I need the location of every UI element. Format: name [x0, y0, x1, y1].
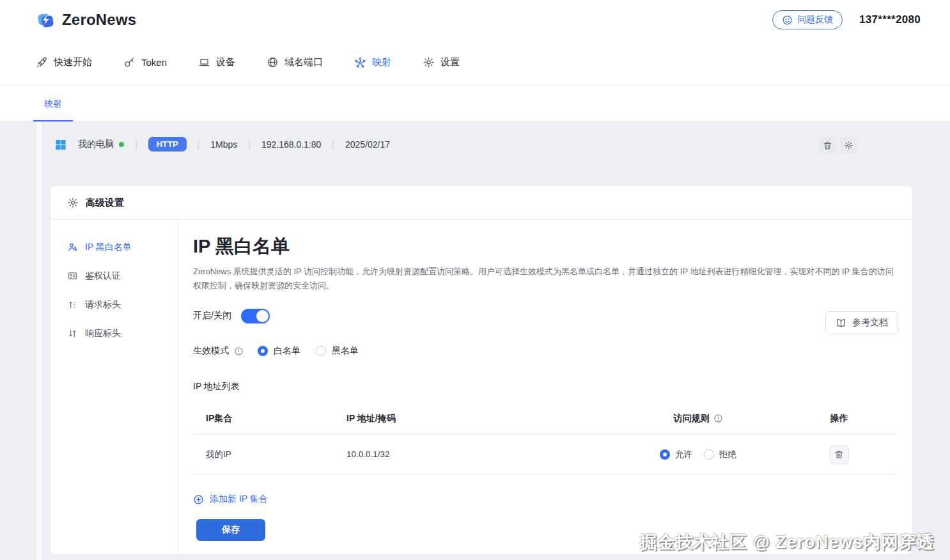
col-header-cidr: IP 地址/掩码: [347, 413, 615, 424]
settings-main-pane: IP 黑白名单 ZeroNews 系统提供灵活的 IP 访问控制功能，允许为映射…: [179, 220, 912, 555]
col-header-action: 操作: [781, 413, 897, 424]
enable-toggle[interactable]: [241, 309, 270, 323]
radio-deny[interactable]: [704, 449, 714, 460]
id-card-icon: [67, 270, 78, 281]
table-header-row: IP集合 IP 地址/掩码 访问规则 操作: [193, 403, 897, 435]
save-button[interactable]: 保存: [196, 519, 265, 541]
info-icon: [234, 346, 244, 356]
delete-mapping-button[interactable]: [819, 137, 836, 154]
gear-icon: [67, 197, 79, 208]
mapping-settings-button[interactable]: [840, 137, 857, 154]
drawer-content: 我的电脑 | HTTP | 1Mbps | 192.168.0.1:80 | 2…: [0, 121, 950, 560]
radio-allow[interactable]: [660, 449, 670, 460]
divider: |: [198, 139, 200, 150]
nav-label: 快速开始: [54, 56, 92, 68]
gear-icon: [423, 56, 435, 68]
user-phone[interactable]: 137****2080: [859, 13, 921, 26]
nav-item-domain-ports[interactable]: 域名端口: [267, 56, 323, 68]
radio-label-whitelist: 白名单: [274, 345, 300, 357]
mode-label: 生效模式: [193, 345, 229, 357]
ip-set-name[interactable]: 我的IP: [193, 449, 347, 460]
local-address: 192.168.0.1:80: [261, 139, 321, 150]
request-headers-icon: [67, 299, 78, 310]
radio-label-allow: 允许: [675, 449, 692, 460]
tab-bar: 映射: [0, 86, 950, 121]
radio-whitelist[interactable]: [258, 346, 268, 356]
col-header-ip-set: IP集合: [193, 413, 347, 424]
tab-mapping[interactable]: 映射: [33, 98, 73, 121]
nav-label: 设置: [440, 56, 460, 68]
delete-ip-set-button[interactable]: [830, 445, 849, 464]
radio-label-deny: 拒绝: [719, 449, 736, 460]
response-headers-icon: [67, 328, 78, 339]
feedback-button[interactable]: 问题反馈: [772, 10, 843, 29]
toggle-knob: [256, 310, 269, 322]
card-title: 高级设置: [86, 197, 124, 209]
feedback-label: 问题反馈: [797, 14, 833, 26]
mapping-nodes-icon: [354, 56, 366, 68]
nav-label: Token: [141, 57, 167, 68]
book-icon: [836, 318, 846, 329]
nav-item-token[interactable]: Token: [123, 56, 167, 68]
add-link-label: 添加新 IP 集合: [210, 494, 268, 505]
watermark: 掘金技术社区 @ ZeroNews内网穿透: [640, 531, 935, 554]
ip-table: IP集合 IP 地址/掩码 访问规则 操作: [193, 403, 897, 474]
created-date: 2025/02/17: [345, 139, 390, 150]
advanced-settings-card: 高级设置 IP 黑白名单: [50, 185, 913, 555]
settings-sidebar: IP 黑白名单 鉴权认证: [51, 220, 179, 555]
nav-item-settings[interactable]: 设置: [423, 56, 460, 68]
page-title: IP 黑白名单: [193, 234, 897, 260]
nav-item-devices[interactable]: 设备: [198, 56, 235, 68]
device-info-bar: 我的电脑 | HTTP | 1Mbps | 192.168.0.1:80 | 2…: [54, 137, 390, 152]
brand: ZeroNews: [36, 10, 136, 30]
app-header: ZeroNews 问题反馈 137****2080: [0, 0, 950, 40]
protocol-badge: HTTP: [148, 137, 187, 152]
sidebar-item-response-headers[interactable]: 响应标头: [51, 319, 178, 348]
sidebar-item-label: IP 黑白名单: [85, 242, 132, 253]
ip-cidr-value[interactable]: 10.0.0.1/32: [347, 449, 615, 459]
laptop-icon: [198, 56, 210, 68]
sidebar-item-label: 鉴权认证: [85, 270, 121, 282]
nav-label: 设备: [216, 56, 235, 68]
zeronews-logo-icon: [36, 10, 56, 30]
feature-description: ZeroNews 系统提供灵活的 IP 访问控制功能，允许为映射资源配置访问策略…: [193, 265, 896, 293]
nav-label: 映射: [372, 56, 391, 68]
info-icon: [713, 414, 723, 423]
nav-item-mapping[interactable]: 映射: [354, 56, 391, 68]
key-icon: [123, 56, 136, 68]
table-row: 我的IP 10.0.0.1/32 允许 拒绝: [193, 435, 897, 474]
main-nav: 快速开始 Token 设备 域名端口: [0, 40, 950, 86]
windows-icon: [54, 138, 67, 151]
bandwidth-value: 1Mbps: [210, 139, 237, 150]
col-header-rule: 访问规则: [674, 413, 710, 424]
doc-button-label: 参考文档: [852, 317, 888, 329]
sidebar-item-label: 响应标头: [85, 328, 121, 339]
radio-label-blacklist: 黑名单: [332, 345, 359, 357]
ip-list-label: IP 地址列表: [193, 381, 897, 393]
nav-item-quick-start[interactable]: 快速开始: [36, 56, 92, 68]
divider: |: [248, 139, 251, 150]
smiley-icon: [782, 15, 793, 26]
globe-icon: [267, 56, 279, 68]
device-name: 我的电脑: [78, 139, 114, 150]
divider: |: [135, 139, 137, 150]
sidebar-item-auth[interactable]: 鉴权认证: [51, 261, 178, 290]
toggle-label: 开启/关闭: [193, 310, 231, 322]
add-ip-set-link[interactable]: 添加新 IP 集合: [193, 494, 268, 505]
person-icon: [67, 242, 78, 253]
reference-doc-button[interactable]: 参考文档: [825, 311, 898, 334]
sidebar-item-request-headers[interactable]: 请求标头: [51, 290, 178, 319]
rocket-icon: [36, 56, 48, 68]
brand-name: ZeroNews: [62, 11, 136, 29]
sidebar-item-ip-list[interactable]: IP 黑白名单: [51, 233, 178, 261]
divider: |: [332, 139, 334, 150]
online-status-dot: [119, 142, 124, 147]
background-strip: [36, 121, 42, 560]
sidebar-item-label: 请求标头: [85, 299, 121, 311]
nav-label: 域名端口: [284, 56, 323, 68]
radio-blacklist[interactable]: [316, 346, 326, 356]
plus-circle-icon: [193, 494, 204, 505]
